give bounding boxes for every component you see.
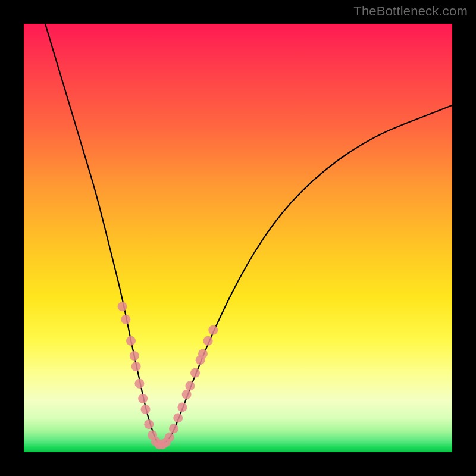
marker-dot — [190, 368, 200, 378]
marker-dot — [130, 351, 139, 361]
plot-area — [24, 24, 452, 452]
marker-dot — [118, 302, 127, 311]
watermark-text: TheBottleneck.com — [353, 4, 468, 19]
marker-dot — [169, 424, 178, 433]
marker-dot — [165, 433, 174, 442]
chart-frame: TheBottleneck.com — [0, 0, 476, 476]
marker-layer — [118, 302, 218, 449]
marker-dot — [185, 381, 195, 390]
curve-layer — [24, 24, 452, 452]
marker-dot — [134, 379, 144, 389]
marker-dot — [173, 413, 183, 422]
marker-dot — [131, 362, 141, 371]
marker-dot — [121, 315, 130, 324]
marker-dot — [140, 405, 150, 414]
marker-dot — [138, 394, 148, 403]
marker-dot — [126, 336, 136, 346]
marker-dot — [182, 390, 192, 399]
marker-dot — [144, 419, 154, 429]
marker-dot — [198, 349, 208, 358]
marker-dot — [177, 402, 187, 412]
bottleneck-curve — [45, 24, 452, 444]
marker-dot — [203, 336, 213, 346]
marker-dot — [208, 325, 218, 335]
